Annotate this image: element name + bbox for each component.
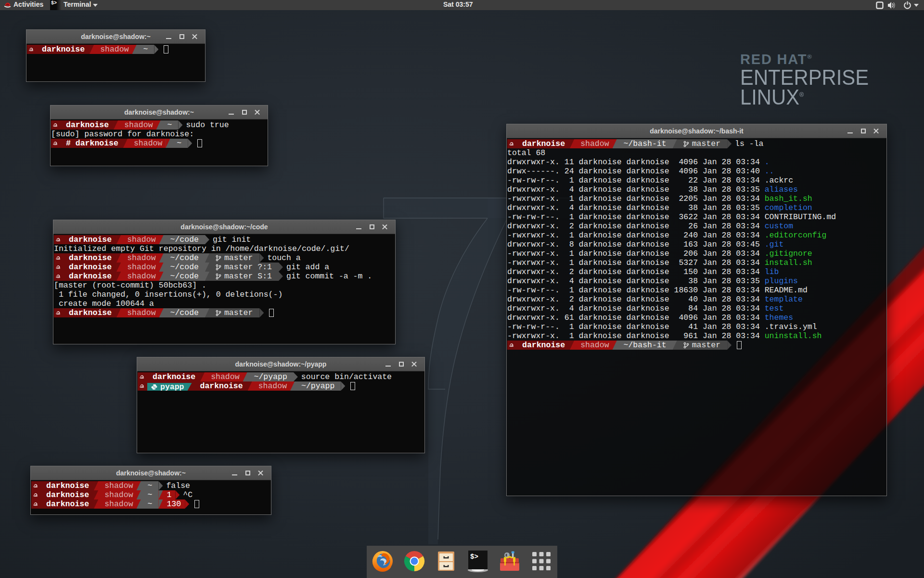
- svg-text:$>: $>: [470, 553, 478, 561]
